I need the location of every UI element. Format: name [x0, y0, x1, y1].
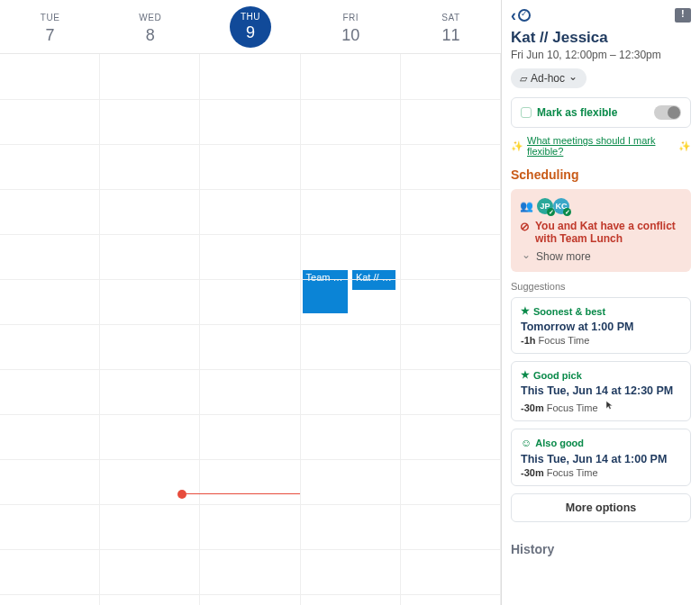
calendar-column[interactable]: [200, 54, 300, 605]
event-sidebar: Kat // Jessica Fri Jun 10, 12:00pm – 12:…: [502, 0, 700, 605]
people-icon: 👥: [520, 200, 533, 212]
hour-line: [0, 324, 501, 325]
chevron-down-icon: [522, 250, 531, 263]
hour-line: [0, 549, 501, 550]
now-indicator: [182, 493, 299, 494]
chevron-down-icon: [568, 72, 577, 85]
event-datetime: Fri Jun 10, 12:00pm – 12:30pm: [511, 49, 691, 61]
calendar-day-header[interactable]: FRI10: [301, 8, 401, 45]
mark-flexible-label: Mark as flexible: [537, 106, 617, 119]
suggestion-time: This Tue, Jun 14 at 1:00 PM: [521, 453, 681, 465]
hour-line: [0, 369, 501, 370]
mark-flexible-row: Mark as flexible: [511, 97, 691, 128]
sparkle-icon: [511, 140, 523, 152]
suggestion-time: This Tue, Jun 14 at 12:30 PM: [521, 384, 681, 397]
category-label: Ad-hoc: [531, 72, 565, 85]
suggestion-badge: Good pick: [533, 370, 582, 381]
hour-line: [0, 279, 501, 280]
hour-line: [0, 459, 501, 460]
category-dropdown[interactable]: Ad-hoc: [511, 68, 586, 88]
tag-icon: [520, 72, 527, 85]
hour-line: [0, 144, 501, 145]
more-options-button[interactable]: More options: [511, 493, 691, 522]
calendar-column[interactable]: [0, 54, 100, 605]
suggestion-badge: Also good: [535, 438, 584, 448]
history-header: History: [511, 537, 691, 556]
scheduling-header: Scheduling: [511, 167, 691, 182]
calendar-panel: TUE7WED8THU9FRI10SAT11 Team L…Kat // …: [0, 0, 502, 605]
conflict-box: 👥 JP✓KC✓ You and Kat have a conflict wit…: [511, 189, 691, 272]
suggestion-card[interactable]: Also goodThis Tue, Jun 14 at 1:00 PM-30m…: [511, 429, 691, 486]
event-title: Kat // Jessica: [511, 29, 691, 47]
hour-line: [0, 594, 501, 595]
suggestion-impact: -1h Focus Time: [521, 335, 681, 346]
check-icon: ✓: [563, 208, 571, 216]
suggestion-card[interactable]: Soonest & bestTomorrow at 1:00 PM-1h Foc…: [511, 297, 691, 354]
sidebar-top-bar: [511, 7, 691, 23]
suggestion-badge: Soonest & best: [533, 306, 605, 317]
suggestion-card[interactable]: Good pickThis Tue, Jun 14 at 12:30 PM-30…: [511, 361, 691, 421]
conflict-icon: [520, 220, 530, 233]
calendar-day-header[interactable]: WED8: [100, 8, 200, 45]
hour-line: [0, 234, 501, 235]
flexible-help-link[interactable]: What meetings should I mark flexible?: [527, 135, 675, 157]
calendar-header: TUE7WED8THU9FRI10SAT11: [0, 0, 501, 54]
conflict-text: You and Kat have a conflict with Team Lu…: [535, 220, 682, 245]
hour-line: [0, 189, 501, 190]
attendee-avatar[interactable]: KC✓: [553, 198, 569, 214]
clock-check-icon: [518, 9, 531, 22]
suggestion-time: Tomorrow at 1:00 PM: [521, 321, 681, 333]
calendar-column[interactable]: [100, 54, 200, 605]
flexible-help-row: What meetings should I mark flexible?: [511, 135, 691, 157]
cursor-pointer-icon: [604, 399, 614, 411]
calendar-day-header[interactable]: SAT11: [401, 8, 501, 45]
hour-line: [0, 414, 501, 415]
calendar-event[interactable]: Team L…: [303, 270, 349, 313]
suggestions-label: Suggestions: [511, 281, 691, 292]
suggestion-impact: -30m Focus Time: [521, 399, 681, 413]
back-icon[interactable]: [511, 7, 516, 23]
calendar-day-header[interactable]: TUE7: [0, 8, 100, 45]
calendar-column[interactable]: Team L…Kat // …: [301, 54, 401, 605]
star-icon: [521, 305, 530, 317]
star-icon: [521, 369, 530, 381]
show-more-label: Show more: [536, 250, 591, 263]
feedback-icon[interactable]: [675, 8, 691, 23]
smile-icon: [521, 437, 532, 449]
attendee-avatar[interactable]: JP✓: [537, 198, 553, 214]
calendar-grid[interactable]: Team L…Kat // …: [0, 54, 501, 605]
show-more-button[interactable]: Show more: [520, 250, 682, 263]
hour-line: [0, 504, 501, 505]
suggestion-impact: -30m Focus Time: [521, 467, 681, 478]
hour-line: [0, 99, 501, 100]
attendee-avatars: 👥 JP✓KC✓: [520, 198, 682, 214]
flexibility-icon: [521, 107, 532, 118]
calendar-day-header[interactable]: THU9: [200, 6, 300, 48]
flexible-toggle[interactable]: [654, 105, 681, 120]
calendar-column[interactable]: [401, 54, 501, 605]
conflict-message: You and Kat have a conflict with Team Lu…: [520, 220, 682, 245]
sparkle-icon: [678, 140, 691, 152]
calendar-event[interactable]: Kat // …: [352, 270, 395, 290]
